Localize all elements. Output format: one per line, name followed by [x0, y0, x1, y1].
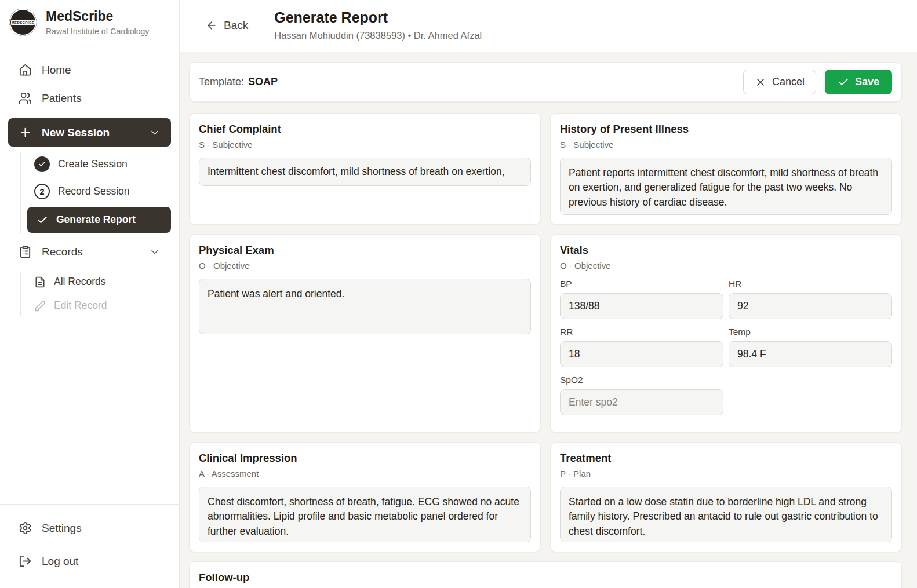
sidebar-item-label: Records	[42, 246, 83, 258]
report-fields-grid: Chief Complaint S - Subjective History o…	[189, 113, 902, 588]
vitals-field-spo2: SpO2	[560, 375, 723, 415]
vitals-field-temp: Temp	[729, 327, 892, 367]
records-clipboard-icon	[19, 245, 32, 258]
vitals-field-hr: HR	[729, 279, 892, 319]
new-session-subnav: Create Session 2 Record Session Generate…	[20, 152, 171, 233]
card-title: Physical Exam	[199, 244, 531, 257]
sidebar-item-label: Settings	[42, 522, 82, 535]
sidebar-item-edit-record: Edit Record	[27, 295, 171, 316]
sidebar-item-create-session[interactable]: Create Session	[27, 152, 171, 176]
soap-tag: A - Assessment	[199, 469, 531, 479]
medscribe-logo-icon: MEDSCRIBE	[9, 9, 37, 36]
chevron-down-icon	[149, 127, 161, 138]
home-icon	[19, 63, 32, 76]
sidebar-item-patients[interactable]: Patients	[8, 84, 171, 112]
treatment-textarea[interactable]: Started on a low dose statin due to bord…	[560, 487, 892, 542]
sidebar-item-generate-report[interactable]: Generate Report	[27, 207, 171, 233]
save-button[interactable]: Save	[825, 70, 892, 94]
vitals-grid: BP HR RR Temp	[560, 279, 892, 423]
card-title: Treatment	[560, 452, 892, 465]
clinical-impression-card: Clinical Impression A - Assessment Chest…	[189, 442, 541, 552]
cancel-label: Cancel	[772, 76, 805, 88]
card-title: Vitals	[560, 244, 892, 257]
close-icon	[755, 76, 766, 88]
logout-icon	[19, 554, 32, 568]
template-value: SOAP	[248, 76, 278, 88]
page-header: Back Generate Report Hassan Mohiuddin (7…	[180, 0, 917, 52]
card-title: Clinical Impression	[199, 452, 531, 465]
document-icon	[34, 276, 46, 288]
bp-input[interactable]	[560, 293, 723, 319]
brand-tagline: Rawal Institute of Cardiology	[46, 27, 149, 36]
vitals-label: HR	[729, 279, 892, 289]
spo2-input[interactable]	[560, 389, 723, 415]
save-label: Save	[855, 76, 879, 88]
logo-text: MEDSCRIBE	[11, 20, 35, 25]
temp-input[interactable]	[729, 341, 892, 367]
sidebar-item-label: Generate Report	[56, 214, 136, 226]
plus-icon	[19, 126, 32, 139]
history-present-illness-card: History of Present Illness S - Subjectiv…	[550, 113, 902, 225]
sidebar-item-label: Record Session	[58, 185, 130, 198]
physical-exam-textarea[interactable]: Patient was alert and oriented.	[199, 279, 531, 334]
sidebar-item-records[interactable]: Records	[8, 238, 171, 266]
pencil-icon	[34, 300, 46, 312]
arrow-left-icon	[206, 20, 217, 31]
hr-input[interactable]	[729, 293, 892, 319]
chevron-down-icon	[149, 246, 161, 258]
chief-complaint-input[interactable]	[199, 158, 531, 186]
back-button[interactable]: Back	[206, 19, 248, 32]
history-present-illness-textarea[interactable]: Patient reports intermittent chest disco…	[560, 158, 892, 215]
content-area: Template: SOAP Cancel Save Chief Complai…	[180, 52, 917, 588]
step-number-badge: 2	[34, 184, 50, 199]
sidebar-item-logout[interactable]: Log out	[8, 547, 171, 575]
vitals-label: BP	[560, 279, 723, 289]
rr-input[interactable]	[560, 341, 723, 367]
main-area: Back Generate Report Hassan Mohiuddin (7…	[180, 0, 917, 588]
soap-tag: O - Objective	[199, 261, 531, 271]
soap-tag: O - Objective	[560, 261, 892, 271]
vitals-label: Temp	[729, 327, 892, 337]
page-title: Generate Report	[274, 9, 482, 26]
sidebar-item-label: Patients	[42, 92, 82, 105]
soap-tag: S - Subjective	[199, 140, 531, 149]
cancel-button[interactable]: Cancel	[743, 70, 816, 94]
brand-name: MedScribe	[46, 9, 149, 24]
patient-doctor-subtitle: Hassan Mohiuddin (73838593) • Dr. Ahmed …	[274, 30, 482, 41]
sidebar-item-settings[interactable]: Settings	[8, 514, 171, 542]
chief-complaint-card: Chief Complaint S - Subjective	[189, 113, 541, 225]
step-complete-icon	[34, 156, 50, 172]
card-title: History of Present Illness	[560, 123, 892, 136]
soap-tag: S - Subjective	[560, 140, 892, 149]
template-toolbar: Template: SOAP Cancel Save	[189, 62, 902, 102]
sidebar-item-label: Log out	[42, 555, 78, 568]
sidebar-item-label: Edit Record	[54, 300, 107, 312]
card-title: Follow-up	[199, 571, 892, 584]
vitals-field-rr: RR	[560, 327, 723, 367]
records-subnav: All Records Edit Record	[20, 272, 171, 316]
sidebar-nav: Home Patients New Session Create Session…	[0, 41, 179, 504]
vitals-field-bp: BP	[560, 279, 723, 319]
clinical-impression-textarea[interactable]: Chest discomfort, shortness of breath, f…	[199, 487, 531, 542]
toolbar-actions: Cancel Save	[743, 70, 892, 94]
back-label: Back	[224, 19, 248, 32]
check-icon	[37, 214, 48, 226]
sidebar-item-label: Home	[42, 64, 71, 76]
brand: MEDSCRIBE MedScribe Rawal Institute of C…	[0, 0, 179, 41]
header-divider	[261, 12, 261, 39]
sidebar-item-home[interactable]: Home	[8, 56, 171, 84]
sidebar-item-label: New Session	[42, 126, 110, 139]
template-label: Template:	[199, 76, 244, 88]
physical-exam-card: Physical Exam O - Objective Patient was …	[189, 234, 541, 433]
follow-up-card: Follow-up P - Plan	[189, 561, 902, 588]
patients-icon	[19, 92, 32, 105]
sidebar-item-new-session[interactable]: New Session	[8, 118, 171, 147]
sidebar-item-label: Create Session	[58, 158, 128, 170]
sidebar-item-record-session[interactable]: 2 Record Session	[27, 180, 171, 203]
sidebar-item-all-records[interactable]: All Records	[27, 272, 171, 292]
check-icon	[838, 76, 849, 88]
gear-icon	[19, 521, 32, 535]
treatment-card: Treatment P - Plan Started on a low dose…	[550, 442, 902, 552]
vitals-label: SpO2	[560, 375, 723, 385]
vitals-label: RR	[560, 327, 723, 337]
